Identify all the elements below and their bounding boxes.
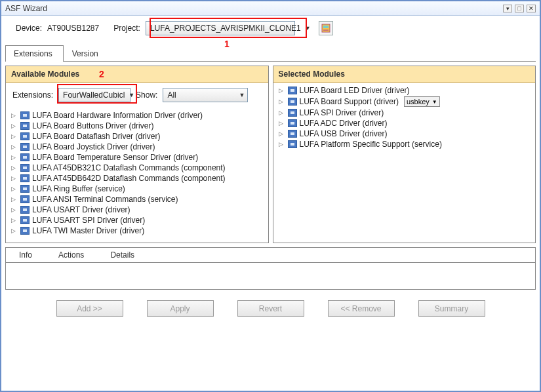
revert-button[interactable]: Revert — [237, 300, 304, 317]
tree-item-label: LUFA Board Temperature Sensor Driver (dr… — [32, 153, 198, 162]
extensions-select[interactable]: FourWalledCubicl ▼ — [58, 88, 130, 102]
asf-wizard-window: ASF Wizard ▾ □ ✕ Device: AT90USB1287 Pro… — [0, 0, 541, 392]
module-icon — [288, 140, 297, 148]
device-label: Device: — [16, 24, 42, 33]
remove-button[interactable]: << Remove — [328, 300, 395, 317]
tree-item[interactable]: ▷LUFA USB Driver (driver) — [279, 128, 531, 139]
tab-extensions[interactable]: Extensions — [5, 45, 64, 62]
expand-icon: ▷ — [11, 165, 18, 171]
variant-select[interactable]: usbkey▼ — [404, 96, 440, 107]
module-icon — [288, 98, 297, 106]
tab-info[interactable]: Info — [6, 248, 45, 262]
extensions-label: Extensions: — [12, 90, 53, 100]
tab-version[interactable]: Version — [64, 45, 110, 62]
expand-icon: ▷ — [11, 217, 18, 224]
expand-icon: ▷ — [279, 120, 285, 127]
maximize-icon[interactable]: □ — [515, 5, 524, 12]
footer-buttons: Add >> Apply Revert << Remove Summary — [1, 290, 540, 326]
expand-icon: ▷ — [11, 112, 18, 119]
selected-modules-panel: Selected Modules ▷LUFA Board LED Driver … — [273, 66, 536, 243]
tree-item[interactable]: ▷LUFA Board Buttons Driver (driver) — [11, 121, 263, 131]
filter-row: Extensions: FourWalledCubicl ▼ Show: All… — [6, 83, 268, 108]
tree-item[interactable]: ▷LUFA ADC Driver (driver) — [279, 118, 531, 128]
module-icon — [20, 206, 30, 214]
tree-item[interactable]: ▷LUFA Board Temperature Sensor Driver (d… — [11, 152, 263, 163]
window-title: ASF Wizard — [5, 4, 47, 13]
expand-icon: ▷ — [11, 206, 18, 213]
module-icon — [288, 87, 297, 94]
expand-icon: ▷ — [279, 141, 285, 147]
titlebar: ASF Wizard ▾ □ ✕ — [1, 1, 540, 16]
tree-item[interactable]: ▷LUFA Board Dataflash Driver (driver) — [11, 131, 263, 142]
tree-item[interactable]: ▷LUFA Board Joystick Driver (driver) — [11, 142, 263, 152]
available-modules-header: Available Modules 2 — [6, 66, 268, 83]
svg-rect-2 — [323, 29, 329, 31]
expand-icon: ▷ — [279, 109, 285, 116]
tree-item-label: LUFA USART SPI Driver (driver) — [32, 216, 145, 225]
tab-details[interactable]: Details — [97, 248, 148, 262]
tree-item-label: LUFA ANSI Terminal Commands (service) — [32, 195, 178, 204]
tree-item[interactable]: ▷LUFA Board Hardware Information Driver … — [11, 110, 263, 121]
annotation-1: 1 — [224, 39, 230, 49]
main-tabs: Extensions Version — [5, 45, 536, 62]
tree-item-label: LUFA Board LED Driver (driver) — [300, 86, 410, 95]
module-icon — [20, 164, 30, 172]
chevron-down-icon: ▼ — [305, 25, 311, 31]
tree-item-label: LUFA Board Joystick Driver (driver) — [32, 142, 155, 151]
dropdown-icon[interactable]: ▾ — [503, 5, 512, 12]
module-icon — [20, 185, 30, 193]
device-value: AT90USB1287 — [47, 24, 99, 33]
show-select-value: All — [167, 90, 176, 100]
board-icon — [321, 24, 331, 33]
expand-icon: ▷ — [11, 186, 18, 192]
project-select[interactable]: LUFA_PROJECTS_AVRISPMKII_CLONE1 ▼ — [146, 21, 295, 35]
module-icon — [20, 216, 30, 224]
expand-icon: ▷ — [279, 130, 285, 137]
info-panel: Info Actions Details — [5, 247, 536, 290]
tree-item-label: LUFA USART Driver (driver) — [32, 205, 130, 214]
tab-actions[interactable]: Actions — [45, 248, 97, 262]
tree-item[interactable]: ▷LUFA USART Driver (driver) — [11, 205, 263, 215]
available-modules-tree: ▷LUFA Board Hardware Information Driver … — [6, 108, 268, 243]
selected-modules-header: Selected Modules — [273, 66, 536, 83]
expand-icon: ▷ — [11, 123, 18, 129]
tree-item[interactable]: ▷LUFA Board Support (driver)usbkey▼ — [279, 96, 531, 108]
tree-item[interactable]: ▷LUFA AT45DB642D Dataflash Commands (com… — [11, 173, 263, 184]
project-select-value: LUFA_PROJECTS_AVRISPMKII_CLONE1 — [150, 24, 301, 33]
info-tabs: Info Actions Details — [6, 248, 535, 263]
board-icon-button[interactable] — [319, 21, 333, 35]
tree-item-label: LUFA AT45DB642D Dataflash Commands (comp… — [32, 174, 226, 183]
available-modules-title: Available Modules — [11, 69, 79, 79]
variant-value: usbkey — [407, 98, 430, 106]
tree-item[interactable]: ▷LUFA Platform Specific Support (service… — [279, 139, 531, 149]
module-icon — [288, 119, 297, 127]
show-label: Show: — [136, 90, 157, 100]
selected-modules-tree: ▷LUFA Board LED Driver (driver)▷LUFA Boa… — [273, 83, 536, 243]
tree-item[interactable]: ▷LUFA ANSI Terminal Commands (service) — [11, 194, 263, 205]
available-modules-panel: Available Modules 2 Extensions: FourWall… — [5, 66, 269, 243]
chevron-down-icon: ▼ — [239, 92, 245, 98]
apply-button[interactable]: Apply — [147, 300, 214, 317]
expand-icon: ▷ — [11, 196, 18, 203]
module-icon — [20, 111, 30, 119]
panels: Available Modules 2 Extensions: FourWall… — [1, 62, 540, 247]
tree-item-label: LUFA Platform Specific Support (service) — [300, 140, 442, 149]
module-icon — [288, 109, 297, 117]
tree-item[interactable]: ▷LUFA Ring Buffer (service) — [11, 184, 263, 194]
tree-item-label: LUFA ADC Driver (driver) — [300, 119, 388, 128]
tree-item-label: LUFA Board Dataflash Driver (driver) — [32, 132, 160, 141]
show-select[interactable]: All ▼ — [163, 88, 248, 102]
window-controls: ▾ □ ✕ — [503, 5, 536, 12]
tree-item[interactable]: ▷LUFA SPI Driver (driver) — [279, 108, 531, 118]
tree-item-label: LUFA USB Driver (driver) — [300, 129, 388, 138]
expand-icon: ▷ — [11, 227, 18, 234]
tree-item[interactable]: ▷LUFA Board LED Driver (driver) — [279, 85, 531, 96]
tree-item[interactable]: ▷LUFA USART SPI Driver (driver) — [11, 215, 263, 225]
tree-item-label: LUFA SPI Driver (driver) — [300, 108, 384, 117]
summary-button[interactable]: Summary — [418, 300, 485, 317]
tree-item[interactable]: ▷LUFA AT45DB321C Dataflash Commands (com… — [11, 163, 263, 173]
close-icon[interactable]: ✕ — [527, 5, 536, 12]
tree-item-label: LUFA Board Hardware Information Driver (… — [32, 111, 203, 120]
add-button[interactable]: Add >> — [56, 300, 123, 317]
tree-item[interactable]: ▷LUFA TWI Master Driver (driver) — [11, 225, 263, 236]
